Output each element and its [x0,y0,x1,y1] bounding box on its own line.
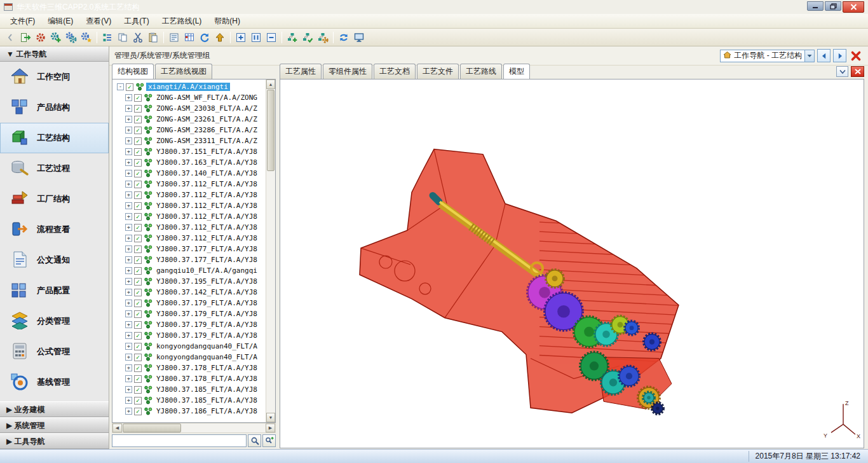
tree-horizontal-scrollbar[interactable]: ◀ ▶ [112,423,276,433]
horizontal-scroll-thumb[interactable] [123,424,181,432]
tree-expander[interactable]: + [125,213,132,220]
outline-list-icon[interactable] [100,30,115,45]
tree-checkbox[interactable]: ✓ [134,321,142,329]
menu-item-5[interactable]: 帮助(H) [208,14,247,29]
tree-item-label[interactable]: YJ800.37.179_FLT/A.A/YJ8 [154,321,259,329]
menu-item-2[interactable]: 查看(V) [79,14,118,29]
tree-row[interactable]: +✓YJ800.37.179_FLT/A.A/YJ8 [114,308,275,319]
tree-item-label[interactable]: YJ800.37.112_FLT/A.A/YJ8 [154,223,259,232]
tree-checkbox[interactable]: ✓ [134,354,142,361]
tree-item-label[interactable]: YJ800.37.142_FLT/A.A/YJ8 [154,288,259,296]
tree-item-label[interactable]: YJ800.37.163_FLT/A.A/YJ8 [154,158,259,167]
tree-checkbox[interactable]: ✓ [134,267,142,275]
tree-checkbox[interactable]: ✓ [134,148,142,156]
tree-expander[interactable]: + [125,267,132,274]
sidebar-item-workspace[interactable]: 工作空间 [0,62,109,92]
tree-row[interactable]: +✓YJ800.37.195_FLT/A.A/YJ8 [114,276,275,287]
tree-expander[interactable]: + [125,289,132,296]
tree-row[interactable]: +✓YJ800.37.185_FLT/A.A/YJ8 [114,395,275,406]
tree-item-label[interactable]: YJ800.37.140_FLT/A.A/YJ8 [154,169,259,177]
sidebar-item-classification[interactable]: 分类管理 [0,306,109,336]
tree-expander[interactable]: + [125,278,132,285]
tree-expander[interactable]: + [125,408,132,415]
detail-tab-4[interactable]: 工艺路线 [460,64,502,79]
grid-add-icon[interactable] [233,30,248,45]
tree-add-icon[interactable] [285,30,300,45]
menu-item-1[interactable]: 编辑(E) [41,14,79,29]
tree-checkbox[interactable]: ✓ [134,397,142,404]
tree-expander[interactable]: + [125,332,132,339]
clipboard-icon[interactable] [166,30,182,45]
tree-row[interactable]: +✓YJ800.37.151_FLT/A.A/YJ8 [114,146,275,157]
tree-row[interactable]: +✓kongyongdangquan40_FLT/A [114,341,275,352]
sidebar-section-2[interactable]: ▶ 工具导航 [0,433,109,449]
cut-icon[interactable] [130,30,146,45]
grid-columns-icon[interactable] [248,30,264,45]
tree-row[interactable]: +✓YJ800.37.112_FLT/A.A/YJ8 [114,211,275,222]
tree-row[interactable]: +✓kongyongdangquan40_FLT/A [114,352,275,363]
tree-row[interactable]: +✓YJ800.37.112_FLT/A.A/YJ8 [114,190,275,200]
tree-item-label[interactable]: xiangti/A.A/xiangti [146,83,230,91]
tree-expander[interactable]: + [125,354,132,361]
vertical-scroll-thumb[interactable] [267,90,275,171]
tree-item-label[interactable]: YJ800.37.112_FLT/A.A/YJ8 [154,234,259,242]
tree-checkbox[interactable]: ✓ [134,137,142,145]
sidebar-section-1[interactable]: ▶ 系统管理 [0,417,109,433]
tree-checkbox[interactable]: ✓ [134,116,142,123]
tree-item-label[interactable]: ZONG-ASM_23038_FLT/A.A/Z [154,104,259,113]
tree-item-label[interactable]: YJ800.37.185_FLT/A.A/YJ8 [154,385,259,394]
tree-item-label[interactable]: ZONG-ASM_23261_FLT/A.A/Z [154,115,259,123]
tree-checkbox[interactable]: ✓ [126,83,133,91]
tree-checkbox[interactable]: ✓ [134,408,142,415]
tree-row[interactable]: +✓YJ800.37.177_FLT/A.A/YJ8 [114,244,275,254]
tree-item-label[interactable]: ZONG-ASM_23286_FLT/A.A/Z [154,126,259,134]
tree-search-input[interactable] [112,434,247,447]
tree-item-label[interactable]: YJ800.37.179_FLT/A.A/YJ8 [154,331,259,340]
tree-checkbox[interactable]: ✓ [134,202,142,210]
tree-row[interactable]: +✓YJ800.37.186_FLT/A.A/YJ8 [114,406,275,417]
tree-expander[interactable]: + [125,310,132,317]
tree-expander[interactable]: + [125,224,132,231]
tree-checkbox[interactable]: ✓ [134,105,142,113]
tree-config-icon[interactable] [315,30,330,45]
scroll-down-arrow[interactable]: ▼ [266,413,275,422]
tree-expander[interactable]: + [125,159,132,166]
tree-row[interactable]: +✓YJ800.37.185_FLT/A.A/YJ8 [114,384,275,395]
tree-item-label[interactable]: YJ800.37.112_FLT/A.A/YJ8 [154,212,259,221]
scroll-right-arrow[interactable]: ▶ [266,424,275,432]
restore-button[interactable] [825,1,841,11]
tree-checkbox[interactable]: ✓ [134,224,142,232]
tree-item-label[interactable]: YJ800.37.112_FLT/A.A/YJ8 [154,191,259,199]
tree-row[interactable]: +✓ZONG-ASM_23286_FLT/A.A/Z [114,125,275,135]
tree-item-label[interactable]: YJ800.37.179_FLT/A.A/YJ8 [154,299,259,307]
tree-checkbox[interactable]: ✓ [134,245,142,253]
detail-tab-0[interactable]: 工艺属性 [280,64,322,79]
tree-row[interactable]: +✓gangqiu10_FLT/A.A/gangqi [114,265,275,276]
tree-row[interactable]: +✓YJ800.37.179_FLT/A.A/YJ8 [114,319,275,330]
tree-item-label[interactable]: YJ800.37.178_FLT/A.A/YJ8 [154,364,259,372]
model-viewport[interactable]: Z X Y [280,79,864,448]
tree-check-icon[interactable] [300,30,315,45]
detail-tab-3[interactable]: 工艺文件 [417,64,459,79]
tree-checkbox[interactable]: ✓ [134,170,142,177]
tree-expander[interactable]: + [125,181,132,188]
tree-row[interactable]: +✓ZONG-ASM_23038_FLT/A.A/Z [114,103,275,114]
sidebar-item-process-flow[interactable]: 工艺过程 [0,153,109,184]
tree-checkbox[interactable]: ✓ [134,375,142,383]
tree-tab-1[interactable]: 工艺路线视图 [155,64,212,79]
tree-row[interactable]: +✓ZONG-ASM_23311_FLT/A.A/Z [114,135,275,146]
sidebar-item-flow-view[interactable]: 流程查看 [0,214,109,245]
sidebar-item-notice[interactable]: 公文通知 [0,245,109,275]
chevron-down-icon[interactable] [804,50,814,62]
tree-expander[interactable]: + [125,256,132,263]
sidebar-item-product-structure[interactable]: 产品结构 [0,92,109,123]
tree-expander[interactable]: + [125,397,132,404]
tree-item-label[interactable]: YJ800.37.186_FLT/A.A/YJ8 [154,407,259,415]
refresh-icon[interactable] [197,30,212,45]
detail-tab-2[interactable]: 工艺文档 [374,64,416,79]
tree-checkbox[interactable]: ✓ [134,127,142,134]
sidebar-header[interactable]: ▼ 工作导航 [0,46,109,62]
navigate-back-button[interactable] [817,49,831,62]
tree-checkbox[interactable]: ✓ [134,256,142,264]
tree-checkbox[interactable]: ✓ [134,386,142,394]
